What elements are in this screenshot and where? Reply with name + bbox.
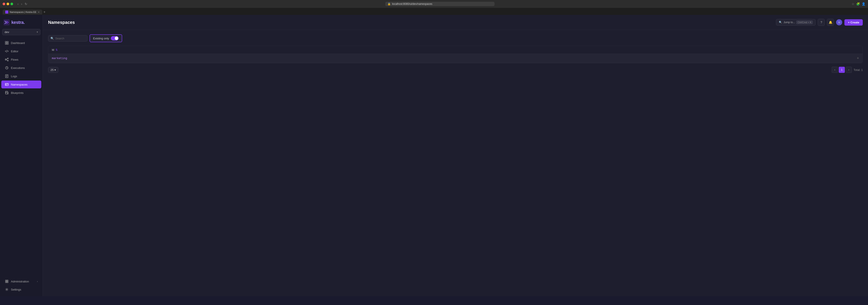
administration-icon — [5, 279, 9, 283]
notifications-button[interactable]: 🔔 — [827, 19, 834, 26]
new-tab-button[interactable]: + — [42, 10, 47, 14]
svg-rect-6 — [5, 59, 6, 60]
svg-point-27 — [6, 289, 7, 290]
per-page-select[interactable]: 25 ▾ — [48, 67, 58, 73]
search-box[interactable]: 🔍 — [48, 35, 87, 41]
svg-rect-4 — [7, 43, 8, 45]
existing-only-label: Existing only — [93, 37, 109, 40]
svg-line-9 — [6, 58, 7, 59]
search-icon-small: 🔍 — [779, 21, 782, 24]
logs-icon — [5, 74, 9, 78]
current-page-button[interactable]: 1 — [839, 67, 845, 73]
address-bar[interactable]: 🔒 localhost:8080/ui/dev/namespaces — [385, 2, 495, 6]
namespaces-label: Namespaces — [11, 83, 28, 86]
next-page-button[interactable]: › — [846, 67, 852, 73]
sidebar: kestra. dev ▾ Dashboard — [0, 15, 43, 296]
editor-icon — [5, 49, 9, 53]
dashboard-label: Dashboard — [11, 41, 25, 45]
content-area: 🔍 Existing only Id ⇅ marketing + — [43, 30, 868, 77]
maximize-traffic-light[interactable] — [10, 3, 13, 5]
forward-button[interactable]: › — [20, 2, 23, 6]
environment-selector[interactable]: dev ▾ — [2, 29, 40, 35]
svg-rect-2 — [7, 41, 8, 43]
svg-rect-26 — [7, 282, 8, 283]
browser-nav: ‹ › ↻ — [17, 2, 28, 6]
search-icon: 🔍 — [51, 37, 54, 40]
logo-text: kestra. — [11, 20, 25, 25]
sidebar-item-executions[interactable]: Executions — [1, 64, 41, 72]
main-content: Namespaces 🔍 Jump to... Ctrl/Cmd + K ? 🔔… — [43, 15, 868, 296]
tab-bar: Namespaces | Kestra EE ✕ + — [0, 8, 868, 15]
help-icon: ? — [820, 21, 822, 24]
back-button[interactable]: ‹ — [17, 2, 20, 6]
sidebar-item-namespaces[interactable]: Namespaces — [1, 81, 41, 88]
namespace-name: marketing — [52, 57, 67, 60]
sidebar-item-flows[interactable]: Flows — [1, 56, 41, 63]
logo-area: kestra. — [0, 18, 42, 29]
executions-icon — [5, 66, 9, 70]
sidebar-item-logs[interactable]: Logs — [1, 72, 41, 80]
blueprints-label: Blueprints — [11, 91, 24, 94]
existing-only-toggle[interactable]: Existing only — [90, 34, 122, 42]
table-header: Id ⇅ — [48, 46, 863, 54]
tab-close-button[interactable]: ✕ — [38, 11, 39, 13]
editor-label: Editor — [11, 50, 18, 53]
bell-icon: 🔔 — [829, 21, 832, 24]
active-tab[interactable]: Namespaces | Kestra EE ✕ — [3, 10, 42, 15]
prev-page-button[interactable]: ‹ — [832, 67, 838, 73]
svg-line-5 — [6, 50, 7, 53]
lock-icon: 🔒 — [388, 2, 391, 5]
env-chevron-icon: ▾ — [37, 31, 38, 33]
sidebar-item-settings[interactable]: Settings — [1, 285, 41, 294]
avatar-initial: U — [838, 21, 840, 24]
per-page-value: 25 — [51, 68, 54, 72]
dashboard-icon — [5, 41, 9, 45]
sidebar-item-editor[interactable]: Editor — [1, 47, 41, 55]
header-actions: 🔍 Jump to... Ctrl/Cmd + K ? 🔔 U + Create — [776, 19, 863, 26]
administration-label: Administration — [11, 280, 29, 283]
sort-icon[interactable]: ⇅ — [56, 48, 58, 51]
page-controls-area: ‹ 1 › Total: 1 — [832, 67, 863, 73]
svg-rect-8 — [7, 60, 8, 61]
toolbar: 🔍 Existing only — [48, 34, 863, 42]
per-page-chevron-icon: ▾ — [54, 68, 56, 72]
search-input[interactable] — [55, 37, 85, 40]
reload-button[interactable]: ↻ — [24, 2, 28, 6]
svg-rect-7 — [7, 58, 8, 59]
sidebar-item-administration[interactable]: Administration › — [1, 277, 41, 285]
logs-label: Logs — [11, 75, 17, 78]
sidebar-item-blueprints[interactable]: Blueprints — [1, 89, 41, 97]
svg-rect-25 — [5, 282, 6, 283]
page-title: Namespaces — [48, 20, 75, 25]
settings-icon — [5, 287, 9, 292]
tab-title: Namespaces | Kestra EE — [10, 11, 36, 13]
close-traffic-light[interactable] — [3, 3, 5, 5]
jump-to-shortcut: Ctrl/Cmd + K — [796, 21, 813, 24]
bookmark-icon[interactable]: ☆ — [851, 2, 855, 6]
flows-icon — [5, 58, 9, 61]
avatar[interactable]: U — [836, 19, 842, 25]
jump-to-label: Jump to... — [783, 21, 795, 24]
minimize-traffic-light[interactable] — [6, 3, 9, 5]
svg-rect-23 — [5, 280, 6, 281]
svg-rect-16 — [5, 83, 8, 86]
current-page-number: 1 — [841, 68, 843, 71]
app-container: kestra. dev ▾ Dashboard — [0, 15, 868, 296]
jump-to-button[interactable]: 🔍 Jump to... Ctrl/Cmd + K — [776, 19, 815, 26]
existing-only-switch[interactable] — [111, 36, 119, 40]
help-button[interactable]: ? — [818, 19, 825, 26]
url-text: localhost:8080/ui/dev/namespaces — [392, 2, 432, 5]
profile-icon[interactable]: 👤 — [862, 2, 865, 6]
table-row[interactable]: marketing + — [48, 54, 863, 63]
administration-left: Administration — [5, 279, 29, 283]
administration-arrow-icon: › — [37, 280, 38, 283]
browser-chrome: ‹ › ↻ 🔒 localhost:8080/ui/dev/namespaces… — [0, 0, 868, 8]
tab-favicon — [5, 10, 8, 13]
extensions-icon[interactable]: 🧩 — [856, 2, 860, 6]
svg-rect-3 — [5, 43, 6, 45]
create-button[interactable]: + Create — [844, 19, 863, 26]
row-add-button[interactable]: + — [857, 56, 859, 61]
environment-name: dev — [5, 30, 9, 34]
create-label: + Create — [848, 21, 859, 24]
sidebar-item-dashboard[interactable]: Dashboard — [1, 39, 41, 47]
